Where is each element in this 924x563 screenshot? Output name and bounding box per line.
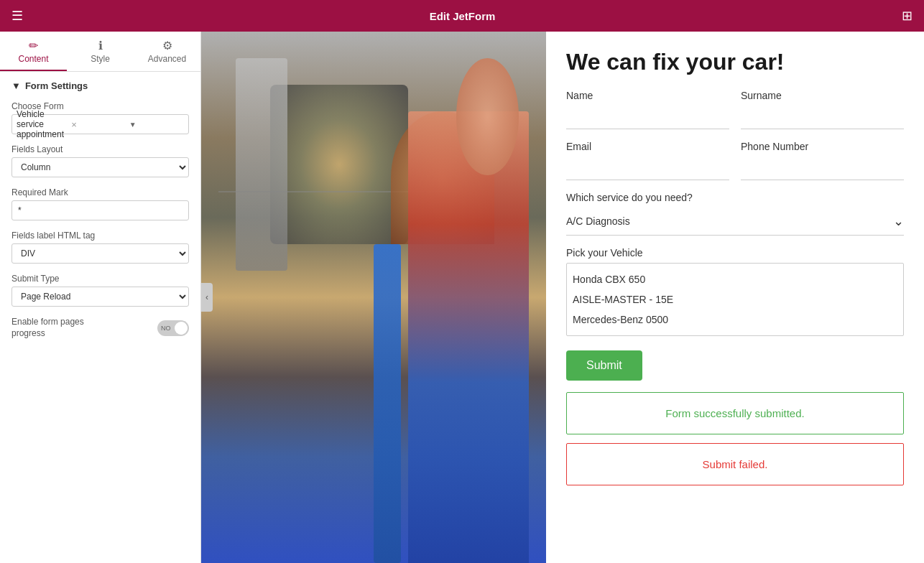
- email-label: Email: [566, 141, 729, 152]
- right-content: We can fix your car! Name Surname Email: [201, 32, 924, 563]
- service-chevron-icon: ⌄: [893, 213, 904, 229]
- name-field-group: Name: [566, 90, 729, 129]
- email-field-group: Email: [566, 141, 729, 180]
- service-value: A/C Diagnosis: [566, 215, 630, 227]
- list-item[interactable]: Honda CBX 650: [573, 269, 897, 289]
- choose-form-arrow: ▼: [129, 121, 184, 129]
- menu-icon[interactable]: ☰: [11, 8, 23, 24]
- name-input[interactable]: [566, 106, 729, 129]
- content-icon: ✏: [29, 39, 38, 52]
- enable-form-pages-label: Enable form pagesprogress: [11, 317, 84, 339]
- success-message-box: Form successfully submitted.: [566, 392, 904, 434]
- fields-layout-row: Fields Layout Column: [11, 144, 189, 177]
- email-input[interactable]: [566, 157, 729, 180]
- required-mark-row: Required Mark: [11, 187, 189, 220]
- car-image-section: [201, 32, 546, 563]
- vehicle-field-group: Pick your Vehicle Honda CBX 650 AISLE-MA…: [566, 247, 904, 336]
- section-collapse-icon[interactable]: ▼: [11, 80, 21, 91]
- tab-content[interactable]: ✏ Content: [0, 32, 67, 71]
- submit-type-label: Submit Type: [11, 274, 189, 284]
- choose-form-clear[interactable]: ×: [71, 119, 126, 130]
- required-mark-input[interactable]: [11, 200, 189, 220]
- grid-icon[interactable]: ⊞: [902, 8, 913, 24]
- left-panel: ✏ Content ℹ Style ⚙ Advanced ▼ Form Sett…: [0, 32, 201, 563]
- fields-label-html-tag-select[interactable]: DIV: [11, 243, 189, 264]
- surname-field-group: Surname: [741, 90, 904, 129]
- submit-type-select[interactable]: Page Reload: [11, 287, 189, 307]
- service-label: Which service do you need?: [566, 192, 904, 203]
- choose-form-value: Vehicle service appointment: [17, 109, 71, 139]
- tab-style-label: Style: [91, 54, 110, 64]
- fields-label-html-tag-row: Fields label HTML tag DIV: [11, 231, 189, 264]
- tabs-bar: ✏ Content ℹ Style ⚙ Advanced: [0, 32, 200, 72]
- surname-label: Surname: [741, 90, 904, 101]
- vehicle-label: Pick your Vehicle: [566, 247, 904, 259]
- form-preview-section: We can fix your car! Name Surname Email: [546, 32, 924, 563]
- section-header: ▼ Form Settings: [11, 80, 189, 91]
- tab-content-label: Content: [18, 54, 48, 64]
- preview-title: We can fix your car!: [566, 49, 904, 75]
- list-item[interactable]: Mercedes-Benz 0500: [573, 310, 897, 330]
- email-phone-row: Email Phone Number: [566, 141, 904, 180]
- error-message-box: Submit failed.: [566, 443, 904, 485]
- tab-advanced-label: Advanced: [148, 54, 186, 64]
- list-item[interactable]: AISLE-MASTER - 15E: [573, 289, 897, 310]
- name-label: Name: [566, 90, 729, 101]
- error-message-text: Submit failed.: [703, 458, 768, 470]
- section-title: Form Settings: [25, 80, 88, 91]
- collapse-handle[interactable]: ‹: [201, 283, 213, 312]
- submit-button[interactable]: Submit: [566, 350, 642, 381]
- style-icon: ℹ: [98, 39, 103, 52]
- name-surname-row: Name Surname: [566, 90, 904, 129]
- surname-input[interactable]: [741, 106, 904, 129]
- toggle-no-label: NO: [161, 325, 171, 332]
- fields-label-html-tag-label: Fields label HTML tag: [11, 231, 189, 241]
- success-message-text: Form successfully submitted.: [665, 407, 804, 419]
- car-image: [201, 32, 546, 563]
- phone-label: Phone Number: [741, 141, 904, 152]
- top-bar: ☰ Edit JetForm ⊞: [0, 0, 924, 32]
- top-bar-title: Edit JetForm: [430, 10, 496, 22]
- toggle-knob: [175, 322, 188, 335]
- submit-type-row: Submit Type Page Reload: [11, 274, 189, 307]
- phone-input[interactable]: [741, 157, 904, 180]
- tab-style[interactable]: ℹ Style: [67, 32, 134, 71]
- service-field-group: Which service do you need? A/C Diagnosis…: [566, 192, 904, 236]
- enable-form-pages-toggle-row: Enable form pagesprogress NO: [11, 317, 189, 339]
- panel-content: ▼ Form Settings Choose Form Vehicle serv…: [0, 72, 200, 563]
- advanced-icon: ⚙: [162, 39, 172, 52]
- vehicle-list[interactable]: Honda CBX 650 AISLE-MASTER - 15E Mercede…: [566, 263, 904, 336]
- choose-form-row: Choose Form Vehicle service appointment …: [11, 101, 189, 134]
- phone-field-group: Phone Number: [741, 141, 904, 180]
- fields-layout-select[interactable]: Column: [11, 157, 189, 177]
- required-mark-label: Required Mark: [11, 187, 189, 197]
- choose-form-select[interactable]: Vehicle service appointment × ▼: [11, 114, 189, 134]
- service-select[interactable]: A/C Diagnosis ⌄: [566, 208, 904, 236]
- fields-layout-label: Fields Layout: [11, 144, 189, 154]
- enable-form-pages-row: Enable form pagesprogress NO: [11, 317, 189, 339]
- tab-advanced[interactable]: ⚙ Advanced: [134, 32, 200, 71]
- enable-form-pages-toggle[interactable]: NO: [157, 320, 189, 336]
